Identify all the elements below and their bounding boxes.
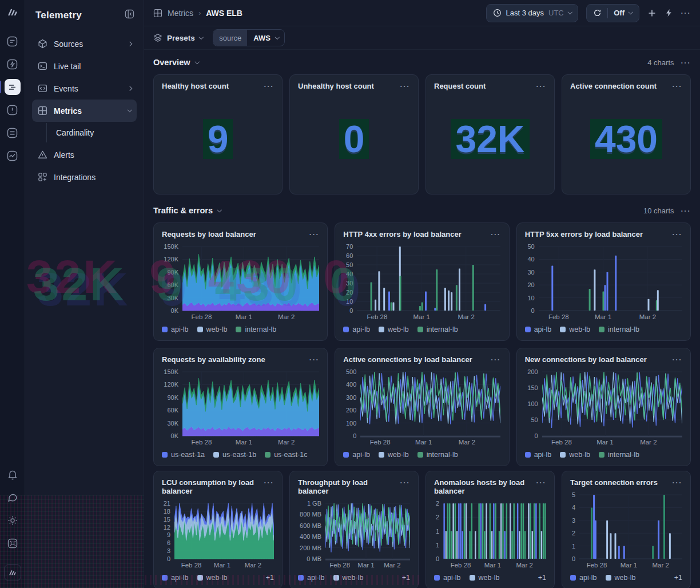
legend-item[interactable]: web-lb	[379, 451, 409, 459]
refresh-control[interactable]: Off	[586, 4, 639, 22]
legend-item[interactable]: internal-lb	[599, 325, 639, 333]
chart-menu-button[interactable]: ···	[673, 230, 683, 239]
legend-item[interactable]: internal-lb	[417, 325, 458, 333]
theme-sun-icon[interactable]	[5, 512, 21, 529]
y-tick-label: 120K	[164, 381, 178, 388]
plot-area[interactable]: Feb 28Mar 1Mar 2	[325, 501, 410, 569]
chart-menu-button[interactable]: ···	[536, 82, 547, 90]
chart-menu-button[interactable]: ···	[673, 355, 683, 364]
plot-area[interactable]: Feb 28Mar 1Mar 2	[360, 370, 500, 446]
chevron-down-icon[interactable]	[194, 59, 199, 64]
chart-title: Requests by availability zone	[162, 355, 265, 364]
sidebar-collapse-icon[interactable]	[125, 9, 134, 21]
presets-dropdown[interactable]: Presets	[153, 33, 202, 42]
refresh-icon[interactable]	[593, 9, 602, 17]
rail-status-icon[interactable]	[5, 148, 21, 164]
chart-menu-button[interactable]: ···	[491, 230, 501, 239]
legend-item[interactable]: web-lb	[379, 325, 409, 333]
rail-screens-icon[interactable]	[5, 33, 21, 49]
sidebar-item-metrics[interactable]: Metrics	[32, 100, 137, 122]
chart-menu-button[interactable]: ···	[400, 82, 411, 90]
legend-chip	[197, 575, 203, 581]
x-tick-label: Mar 1	[484, 562, 501, 569]
legend-item[interactable]: web-lb	[333, 574, 364, 582]
chart-menu-button[interactable]: ···	[309, 230, 320, 239]
y-tick-label: 100	[527, 400, 538, 407]
sidebar-item-events[interactable]: Events	[32, 77, 137, 100]
legend-item[interactable]: web-lb	[197, 574, 228, 582]
legend-extra-count[interactable]: +1	[538, 574, 546, 582]
legend-extra-count[interactable]: +1	[402, 574, 410, 582]
y-tick-label: 150	[527, 384, 538, 391]
legend-chip	[343, 452, 349, 458]
chart-menu-button[interactable]: ···	[536, 478, 547, 487]
section-menu-button[interactable]: ···	[681, 58, 691, 67]
legend-item[interactable]: api-lb	[525, 451, 552, 459]
plot-area[interactable]: Feb 28Mar 1Mar 2	[357, 244, 500, 321]
legend-item[interactable]: api-lb	[343, 325, 370, 333]
grid-icon	[153, 9, 162, 18]
chart-menu-button[interactable]: ···	[264, 82, 275, 90]
legend-item[interactable]: internal-lb	[236, 325, 276, 333]
legend-item[interactable]: us-east-1b	[213, 451, 256, 459]
legend-item[interactable]: web-lb	[470, 574, 500, 582]
filter-tag-value: AWS	[247, 34, 276, 42]
dashboard-content: Overview 4 charts··· Healthy host count·…	[144, 50, 700, 588]
legend-item[interactable]: api-lb	[525, 325, 552, 333]
chart-menu-button[interactable]: ···	[673, 82, 683, 90]
plot-area[interactable]: Feb 28Mar 1Mar 2	[443, 501, 546, 569]
add-chart-button[interactable]	[647, 9, 657, 18]
quick-actions-bolt-icon[interactable]	[665, 9, 673, 17]
sidebar-item-sources[interactable]: Sources	[32, 33, 137, 55]
legend-item[interactable]: us-east-1c	[265, 451, 307, 459]
legend-item[interactable]: internal-lb	[417, 451, 458, 459]
cube-icon	[38, 39, 47, 49]
command-menu-icon[interactable]	[5, 535, 21, 551]
chart-menu-button[interactable]: ···	[400, 478, 411, 487]
chart-menu-button[interactable]: ···	[673, 478, 683, 487]
feedback-chat-icon[interactable]	[5, 490, 21, 506]
chart-menu-button[interactable]: ···	[264, 478, 275, 487]
plot-area[interactable]: Feb 28Mar 1Mar 2	[539, 244, 682, 321]
legend-extra-count[interactable]: +1	[674, 574, 682, 582]
section-menu-button[interactable]: ···	[681, 206, 691, 215]
sidebar-item-live-tail[interactable]: Live tail	[32, 55, 137, 77]
time-range-picker[interactable]: Last 3 days UTC	[486, 4, 579, 22]
legend-item[interactable]: us-east-1a	[162, 451, 205, 459]
legend-extra-count[interactable]: +1	[266, 574, 274, 582]
plot-area[interactable]: Feb 28Mar 1Mar 2	[579, 492, 682, 569]
rail-incidents-icon[interactable]	[5, 102, 21, 118]
notifications-bell-icon[interactable]	[5, 467, 21, 483]
chart-menu-button[interactable]: ···	[491, 355, 501, 364]
legend-item[interactable]: api-lb	[343, 451, 370, 459]
legend-item[interactable]: api-lb	[162, 574, 189, 582]
legend-item[interactable]: web-lb	[560, 325, 590, 333]
legend-item[interactable]: web-lb	[606, 574, 636, 582]
workspace-avatar[interactable]	[4, 564, 21, 581]
plot-area[interactable]: Feb 28Mar 1Mar 2	[182, 244, 319, 321]
rail-livetail-icon[interactable]	[5, 56, 21, 72]
legend-item[interactable]: api-lb	[434, 574, 461, 582]
topbar-menu-button[interactable]: ···	[681, 9, 691, 17]
breadcrumb-section[interactable]: Metrics	[168, 9, 193, 18]
chart-plot: 0100200300400500Feb 28Mar 1Mar 2	[343, 370, 500, 446]
plot-area[interactable]: Feb 28Mar 1Mar 2	[174, 501, 274, 569]
brand-logo-icon[interactable]	[6, 6, 19, 21]
legend-item[interactable]: api-lb	[162, 325, 189, 333]
sidebar-item-alerts[interactable]: Alerts	[32, 144, 137, 166]
filter-tag-source[interactable]: source AWS	[213, 29, 285, 46]
rail-telemetry-icon[interactable]	[5, 79, 21, 95]
chart-menu-button[interactable]: ···	[309, 355, 320, 364]
sidebar-item-cardinality[interactable]: Cardinality	[47, 123, 137, 142]
legend-item[interactable]: api-lb	[570, 574, 597, 582]
rail-logs-icon[interactable]	[5, 125, 21, 141]
plot-area[interactable]: Feb 28Mar 1Mar 2	[542, 370, 682, 446]
chevron-down-icon[interactable]	[217, 208, 222, 212]
legend-item[interactable]: api-lb	[298, 574, 325, 582]
legend-item[interactable]: web-lb	[560, 451, 590, 459]
legend-item[interactable]: internal-lb	[599, 451, 639, 459]
main-area: Metrics › AWS ELB Last 3 days UTC Off	[144, 0, 700, 588]
plot-area[interactable]: Feb 28Mar 1Mar 2	[182, 370, 319, 446]
legend-item[interactable]: web-lb	[197, 325, 228, 333]
sidebar-item-integrations[interactable]: Integrations	[32, 166, 137, 188]
